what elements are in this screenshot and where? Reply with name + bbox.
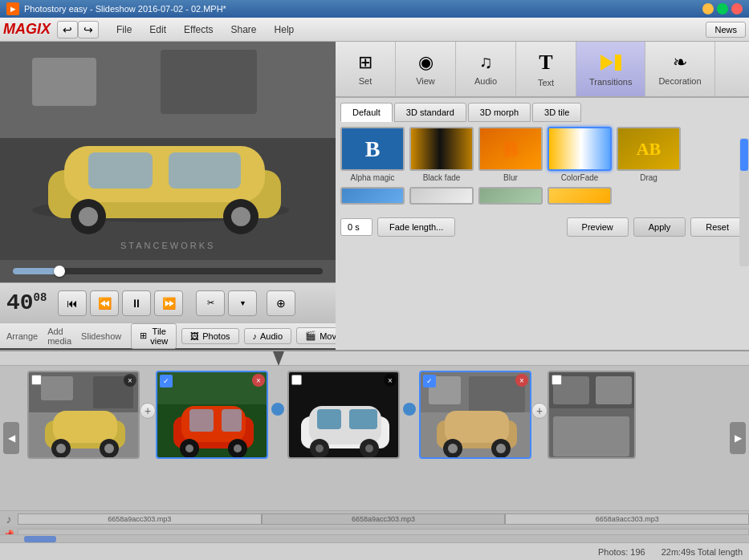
track-thumb-2[interactable]: ✓ × xyxy=(156,371,268,459)
connector-4-5: + xyxy=(531,371,548,419)
preview-progress-bar[interactable] xyxy=(0,260,336,282)
redo-button[interactable]: ↪ xyxy=(78,21,99,39)
transition-color-fade[interactable]: ColorFade xyxy=(548,127,612,182)
audio-button[interactable]: ♪ Audio xyxy=(244,328,292,344)
track-2-close[interactable]: × xyxy=(252,374,265,387)
menu-help[interactable]: Help xyxy=(267,21,303,39)
scrollbar-thumb[interactable] xyxy=(740,139,748,171)
undo-button[interactable]: ↩ xyxy=(57,21,78,39)
tab-transitions[interactable]: Transitions xyxy=(576,42,645,96)
goto-start-button[interactable]: ⏮ xyxy=(58,290,87,316)
timeline-area: ◀ × xyxy=(0,350,749,542)
add-after-4-button[interactable]: + xyxy=(531,403,548,419)
transition-blur[interactable]: B Blur xyxy=(478,127,543,182)
transition-row2-2[interactable] xyxy=(409,187,474,205)
timeline-scroll-right[interactable]: ▶ xyxy=(730,422,746,454)
maximize-button[interactable] xyxy=(717,3,728,14)
tab-3d-tile[interactable]: 3D tile xyxy=(532,103,581,122)
tab-text[interactable]: T Text xyxy=(516,42,576,96)
track-2-check[interactable]: ✓ xyxy=(160,375,173,388)
news-button[interactable]: News xyxy=(706,22,746,38)
minimize-button[interactable] xyxy=(702,3,714,14)
track-thumb-5[interactable] xyxy=(548,371,636,459)
tab-audio[interactable]: ♫ Audio xyxy=(456,42,516,96)
app-icon: ▶ xyxy=(6,2,19,15)
time-display: 4008 xyxy=(6,290,47,315)
slideshow-label: Slideshow xyxy=(81,331,121,341)
cut-dropdown-button[interactable]: ▼ xyxy=(228,290,257,316)
menu-share[interactable]: Share xyxy=(223,21,265,39)
preview-svg: STANCEWORKS xyxy=(0,42,336,260)
arrange-bar: Arrange Add media Slideshow ⊞ Tile view … xyxy=(0,323,336,348)
tab-set[interactable]: ⊞ Set xyxy=(336,42,396,96)
transition-drag[interactable]: AB Drag xyxy=(617,127,681,182)
tab-view[interactable]: ◉ View xyxy=(396,42,456,96)
tab-default[interactable]: Default xyxy=(340,103,393,122)
svg-rect-21 xyxy=(549,127,610,171)
track-3-checkbox[interactable] xyxy=(291,375,302,385)
track-thumb-4[interactable]: ✓ × xyxy=(419,371,531,459)
track-4-check[interactable]: ✓ xyxy=(423,375,436,388)
timeline-scroll-left[interactable]: ◀ xyxy=(3,422,19,454)
track-thumb-1[interactable]: × xyxy=(27,371,140,459)
transition-color-fade-thumb xyxy=(548,127,612,171)
transitions-grid-row2 xyxy=(340,187,744,205)
add-after-1-button[interactable]: + xyxy=(140,403,156,419)
transition-dot-2[interactable] xyxy=(403,403,416,416)
tab-3d-morph[interactable]: 3D morph xyxy=(468,103,531,122)
svg-rect-39 xyxy=(222,409,242,432)
menu-edit[interactable]: Edit xyxy=(141,21,174,39)
transition-drag-thumb: AB xyxy=(617,127,681,171)
menu-effects[interactable]: Effects xyxy=(176,21,221,39)
transition-black-fade[interactable]: Black fade xyxy=(409,127,474,182)
close-button[interactable] xyxy=(731,3,743,14)
cut-button[interactable]: ✂ xyxy=(196,290,225,316)
audio-segment-2[interactable]: 6658a9acc303.mp3 xyxy=(262,513,506,525)
transition-color-fade-label: ColorFade xyxy=(561,173,599,182)
horizontal-scrollbar[interactable] xyxy=(0,534,749,542)
svg-rect-47 xyxy=(317,409,341,429)
progress-fill xyxy=(13,268,59,274)
audio-tab-icon: ♫ xyxy=(479,52,493,73)
audio-segment-3[interactable]: 6658a9acc303.mp3 xyxy=(505,513,749,525)
transition-drag-label: Drag xyxy=(640,173,657,182)
audio-track-icons-1: ♪ xyxy=(0,513,18,526)
svg-rect-29 xyxy=(53,411,117,443)
reset-button[interactable]: Reset xyxy=(690,217,744,237)
extra-button[interactable]: ⊕ xyxy=(267,290,295,316)
svg-text:STANCEWORKS: STANCEWORKS xyxy=(120,241,215,250)
transition-black-fade-label: Black fade xyxy=(423,173,461,182)
rewind-button[interactable]: ⏪ xyxy=(90,290,119,316)
svg-text:AB: AB xyxy=(637,139,661,159)
track-1-close[interactable]: × xyxy=(124,374,136,387)
tab-decoration[interactable]: ❧ Decoration xyxy=(645,42,714,96)
transition-row2-4[interactable] xyxy=(548,187,612,205)
apply-button[interactable]: Apply xyxy=(633,217,686,237)
track-cell-1: × xyxy=(27,371,140,461)
progress-thumb[interactable] xyxy=(54,266,65,277)
audio-segment-1[interactable]: 6658a9acc303.mp3 xyxy=(18,513,262,525)
photos-button[interactable]: 🖼 Photos xyxy=(181,328,238,344)
menu-file[interactable]: File xyxy=(108,21,140,39)
track-4-close[interactable]: × xyxy=(515,374,528,387)
tile-view-button[interactable]: ⊞ Tile view xyxy=(131,323,177,349)
fade-length-input[interactable] xyxy=(340,218,372,236)
tab-3d-standard[interactable]: 3D standard xyxy=(394,103,466,122)
transition-alpha-magic[interactable]: B Alpha magic xyxy=(340,127,405,182)
track-3-close[interactable]: × xyxy=(384,374,397,387)
transition-dot-1[interactable] xyxy=(271,403,284,416)
progress-container[interactable] xyxy=(13,268,323,274)
transition-row2-3-thumb xyxy=(478,187,543,205)
horizontal-scrollbar-thumb[interactable] xyxy=(24,536,56,542)
track-5-checkbox[interactable] xyxy=(552,375,562,385)
track-thumb-3[interactable]: × xyxy=(287,371,400,459)
fast-forward-button[interactable]: ⏩ xyxy=(154,290,183,316)
play-pause-button[interactable]: ⏸ xyxy=(122,290,151,316)
track-1-checkbox[interactable] xyxy=(31,375,42,385)
vertical-scrollbar[interactable] xyxy=(739,138,749,266)
transition-row2-1[interactable] xyxy=(340,187,405,205)
preview-button[interactable]: Preview xyxy=(567,217,629,237)
fade-length-button[interactable]: Fade length... xyxy=(377,217,455,237)
transition-row2-3[interactable] xyxy=(478,187,543,205)
transitions-grid: B Alpha magic xyxy=(340,127,744,182)
